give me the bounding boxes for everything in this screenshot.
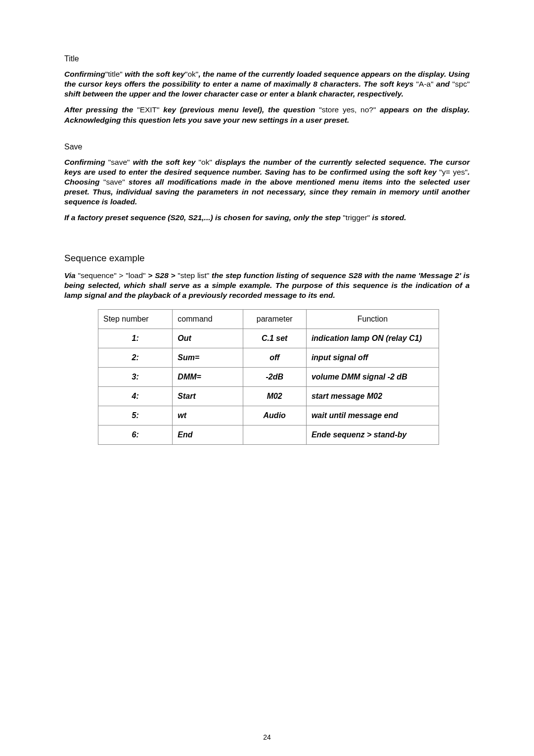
col-step-number: Step number [98, 309, 173, 329]
title-paragraph-1: Confirming"title" with the soft key"ok",… [64, 69, 470, 99]
table-row: 5: wt Audio wait until message end [98, 406, 439, 425]
table-row: 3: DMM= -2dB volume DMM signal -2 dB [98, 367, 439, 386]
section-save: Save Confirming "save" with the soft key… [64, 142, 470, 223]
save-paragraph-1: Confirming "save" with the soft key "ok"… [64, 157, 470, 207]
col-parameter: parameter [243, 309, 306, 329]
title-paragraph-2: After pressing the "EXIT" key (previous … [64, 105, 470, 125]
sequence-paragraph: Via "sequence" > "load" > S28 > "step li… [64, 271, 470, 300]
section-sequence-example: Sequence example Via "sequence" > "load"… [64, 253, 470, 445]
table-row: 1: Out C.1 set indication lamp ON (relay… [98, 329, 439, 348]
table-header-row: Step number command parameter Function [98, 309, 439, 329]
heading-save: Save [64, 142, 470, 151]
heading-title: Title [64, 54, 470, 63]
table-row: 6: End Ende sequenz > stand-by [98, 425, 439, 444]
save-paragraph-2: If a factory preset sequence (S20, S21,.… [64, 213, 470, 223]
heading-sequence-example: Sequence example [64, 253, 470, 264]
document-page: Title Confirming"title" with the soft ke… [0, 0, 534, 756]
table-row: 2: Sum= off input signal off [98, 348, 439, 367]
page-number: 24 [0, 733, 534, 741]
col-function: Function [306, 309, 439, 329]
section-title: Title Confirming"title" with the soft ke… [64, 54, 470, 125]
table-row: 4: Start M02 start message M02 [98, 386, 439, 406]
col-command: command [173, 309, 243, 329]
step-table: Step number command parameter Function 1… [98, 309, 439, 445]
